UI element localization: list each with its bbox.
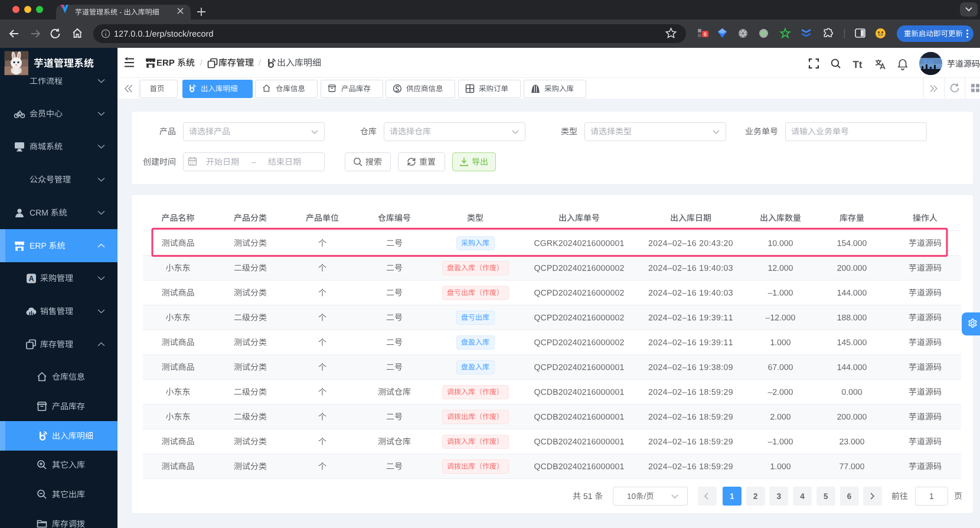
svg-text:A: A — [29, 275, 34, 283]
svg-text:6: 6 — [704, 31, 707, 37]
